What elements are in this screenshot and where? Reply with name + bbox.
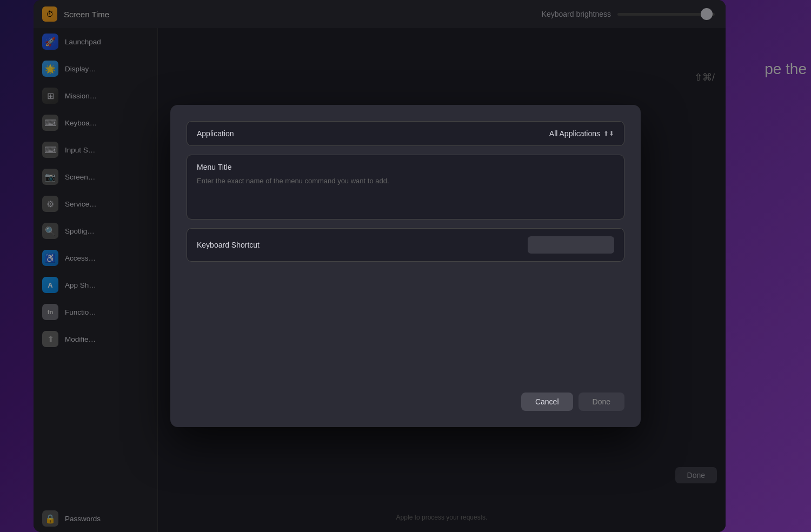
cancel-button[interactable]: Cancel — [521, 393, 573, 411]
application-field: Application All Applications ⬆⬇ — [187, 121, 624, 146]
modal-empty-space — [187, 270, 624, 378]
chevron-up-down-icon: ⬆⬇ — [603, 130, 614, 137]
menu-title-label: Menu Title — [197, 163, 232, 171]
keyboard-shortcut-field: Keyboard Shortcut — [187, 228, 624, 262]
shortcut-input[interactable] — [528, 236, 614, 254]
application-value: All Applications — [549, 129, 600, 138]
application-label: Application — [197, 129, 234, 138]
done-button[interactable]: Done — [579, 393, 624, 411]
menu-title-field[interactable]: Menu Title Enter the exact name of the m… — [187, 155, 624, 220]
application-selector[interactable]: All Applications ⬆⬇ — [549, 129, 614, 138]
modal-buttons: Cancel Done — [187, 393, 624, 411]
keyboard-shortcut-label: Keyboard Shortcut — [197, 241, 260, 249]
modal-overlay: Application All Applications ⬆⬇ Menu Tit… — [0, 0, 811, 532]
menu-title-hint: Enter the exact name of the menu command… — [197, 177, 614, 185]
add-shortcut-modal: Application All Applications ⬆⬇ Menu Tit… — [170, 105, 641, 427]
